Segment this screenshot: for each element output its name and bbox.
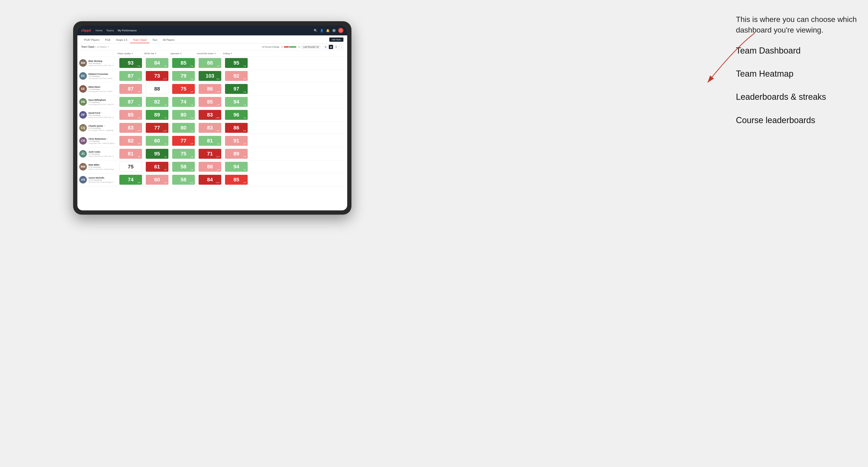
sub-tab-team-clippd[interactable]: Team Clippd: [130, 38, 150, 43]
player-name: Charlie Quick: [88, 125, 103, 127]
nav-item-teams[interactable]: Teams: [106, 29, 114, 32]
table-row[interactable]: BMBlair McHargPlus HandicapRoyal North D…: [78, 57, 347, 69]
score-change: 4▲: [217, 143, 220, 145]
sub-tab-all-players[interactable]: All Players: [160, 38, 177, 43]
filter-icon[interactable]: ↕: [339, 45, 343, 49]
score-number: 84: [207, 177, 213, 183]
score-number: 58: [181, 177, 186, 183]
avatar: CQ: [79, 124, 87, 132]
sub-tab-pgat-players[interactable]: PGAT Players: [81, 38, 102, 43]
approach-score: 858▲: [172, 58, 195, 68]
avatar: AN: [79, 176, 87, 184]
putting-cell: 963▲: [223, 108, 250, 121]
nav-item-my-performance[interactable]: My Performance: [118, 29, 137, 32]
grid-view-icon[interactable]: ⊞: [323, 45, 328, 49]
annotation-intro: This is where you can choose which dashb…: [736, 14, 859, 35]
tablet-frame: clippd HomeTeamsMy Performance 🔍 👤 🔔 ⚙️ …: [73, 21, 351, 215]
score-change: -2▼: [243, 156, 246, 158]
table-row[interactable]: ECEdward Crossman1-5 HandicapSunningdale…: [78, 69, 347, 83]
player-name: Chris Robertson: [88, 137, 106, 140]
around-green-score: 88-2▼: [198, 162, 221, 172]
user-icon[interactable]: 👤: [320, 29, 323, 32]
score-number: 81: [207, 138, 213, 144]
verified-icon: ✓: [101, 112, 102, 114]
list-view-icon[interactable]: ☰: [334, 45, 338, 49]
sub-tab-tour[interactable]: Tour: [150, 38, 160, 43]
bell-icon[interactable]: 🔔: [326, 29, 330, 32]
score-change: -3▼: [137, 91, 141, 93]
putting-score: 91-3▼: [225, 136, 248, 146]
player-handicap: Plus Handicap: [88, 114, 116, 116]
score-number: 94: [234, 164, 239, 170]
header-green: Around the Green ▼: [197, 52, 223, 55]
edit-team-icon[interactable]: ✎: [107, 46, 110, 48]
off-tee-cell: 602▲: [144, 134, 170, 147]
off-tee-score: 897▲: [146, 110, 168, 120]
verified-icon: ✓: [106, 138, 108, 140]
score-change: -10▼: [216, 117, 220, 119]
annotation-item: Course leaderboards: [736, 115, 859, 126]
table-row[interactable]: JCJosh Coles1-5 HandicapRoyal North Devo…: [78, 148, 347, 160]
off-tee-score: 846▲: [146, 58, 168, 68]
table-row[interactable]: CRChris Robertson✓1-5 HandicapCraigmilla…: [78, 134, 347, 148]
pos-label: +5: [298, 46, 300, 48]
add-team-button[interactable]: Add Team: [329, 37, 343, 42]
sub-nav-tabs: PGAT PlayersPGAHcaps 1-5Team ClippdTourA…: [81, 38, 329, 43]
avatar: DB: [79, 98, 87, 106]
last-rounds-button[interactable]: Last Rounds: 20: [302, 45, 320, 49]
avatar: CR: [79, 137, 87, 145]
score-number: 86: [234, 125, 239, 131]
player-quality-cell: 871▲: [118, 69, 144, 82]
player-quality-score: 81-3▼: [119, 149, 142, 159]
score-number: 88: [207, 60, 213, 66]
off-tee-score: 824▲: [146, 97, 168, 107]
table-row[interactable]: MMMatt Miller6-10 HandicapWoburn Golf Cl…: [78, 160, 347, 173]
table-row[interactable]: EEElliot Ebert1-5 HandicapSunningdale Go…: [78, 83, 347, 96]
player-club: Gog Magog Golf Club, United Kingdom: [88, 103, 116, 105]
nav-item-home[interactable]: Home: [96, 29, 102, 32]
score-change: 8▲: [191, 65, 193, 67]
table-row[interactable]: DBDave Billingham1-5 HandicapGog Magog G…: [78, 96, 347, 108]
approach-score: 584▲: [172, 162, 195, 172]
annotation-item: Leaderboards & streaks: [736, 91, 859, 103]
table-row[interactable]: DFDavid Ford✓Plus HandicapRoyal North De…: [78, 108, 347, 121]
putting-cell: 943▲: [223, 160, 250, 173]
settings-icon[interactable]: ⚙️: [332, 29, 336, 32]
pos-bar: [289, 46, 296, 48]
score-change: 15▲: [216, 78, 220, 80]
score-change: 6▲: [164, 65, 167, 67]
user-avatar[interactable]: U: [338, 28, 343, 33]
sub-tab-pga[interactable]: PGA: [102, 38, 113, 43]
table-row[interactable]: CQCharlie Quick✓6-10 HandicapSt. George'…: [78, 121, 347, 134]
player-quality-cell: 874▲: [118, 96, 144, 108]
player-club: Royal North Devon Golf Club, United King…: [88, 116, 116, 118]
off-tee-cell: 73-11▼: [144, 69, 170, 82]
off-tee-score: 60-1▼: [146, 175, 168, 185]
off-tee-cell: 61-3▼: [144, 160, 170, 173]
approach-score: 741▲: [172, 97, 195, 107]
annotation-list: Team DashboardTeam HeatmapLeaderboards &…: [736, 45, 859, 126]
column-headers: Player Quality ▼ Off the Tee ▼ Approach …: [78, 51, 347, 57]
score-number: 73: [154, 73, 160, 79]
off-tee-cell: 958▲: [144, 148, 170, 160]
table-row[interactable]: ANAaron Nicholls11-15 HandicapDrift Golf…: [78, 173, 347, 186]
table-view-icon[interactable]: ▦: [329, 45, 333, 49]
approach-score: 75-3▼: [172, 84, 195, 94]
off-tee-cell: 897▲: [144, 108, 170, 121]
round-change-label: 20 Round Change: [262, 46, 279, 48]
player-details: Blair McHargPlus HandicapRoyal North Dev…: [88, 60, 116, 66]
player-club: Drift Golf Club, United Kingdom: [88, 181, 116, 183]
score-change: 9▲: [243, 65, 246, 67]
score-change: 9▲: [191, 78, 193, 80]
player-name: Edward Crossman: [88, 73, 108, 75]
score-change: -14▼: [163, 130, 167, 132]
off-tee-cell: 846▲: [144, 57, 170, 69]
putting-cell: 89-2▼: [223, 148, 250, 160]
score-change: -3▼: [164, 168, 167, 171]
player-name: David Ford: [88, 112, 100, 114]
sub-tab-hcaps-1-5[interactable]: Hcaps 1-5: [113, 38, 130, 43]
approach-cell: 799▲: [170, 69, 197, 82]
around-green-score: 71-11▼: [198, 149, 221, 159]
player-handicap: Plus Handicap: [88, 62, 116, 64]
search-icon[interactable]: 🔍: [314, 29, 317, 32]
